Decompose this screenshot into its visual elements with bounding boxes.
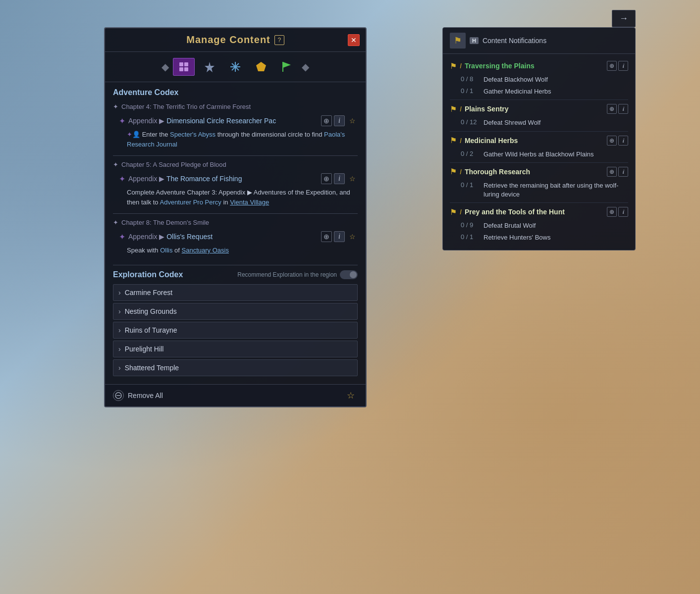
manage-title-bar: Manage Content ? ✕: [105, 28, 366, 52]
quest-group-thorough: ⚑ I Thorough Research ⊕ 𝒊 0 / 1 Retrieve…: [443, 164, 635, 200]
quest-task: Gather Medicinal Herbs: [484, 87, 551, 96]
specter-abyss-link[interactable]: Specter's Abyss: [170, 131, 215, 138]
quest-name-thorough: Thorough Research: [465, 168, 604, 176]
chapter-diamond-icon: ✦: [113, 161, 118, 168]
explore-item-2[interactable]: › Ruins of Turayne: [113, 322, 358, 339]
quest-task: Defeat Blackhowl Wolf: [484, 75, 548, 84]
quest-main-row-plains-sentry: ⚑ I Plains Sentry ⊕ 𝒊: [443, 101, 635, 117]
appendix-plus-icon: ✦: [119, 174, 125, 184]
notif-content-area: ⚑ I Traversing the Plains ⊕ 𝒊 0 / 8 Defe…: [443, 54, 635, 250]
tab-star-cross[interactable]: [199, 58, 220, 76]
appendix-target-btn[interactable]: ⊕: [321, 115, 332, 126]
chapter-8-title: Chapter 8: The Demon's Smile: [121, 219, 209, 226]
quest-count: 0 / 9: [461, 221, 479, 229]
quest-info-icon[interactable]: 𝒊: [618, 136, 628, 146]
chapter-5-title: Chapter 5: A Sacred Pledge of Blood: [121, 161, 226, 168]
quest-info-icon[interactable]: 𝒊: [618, 61, 628, 71]
chevron-icon: ›: [118, 345, 121, 353]
sub-text-in: in: [223, 198, 230, 206]
quest-marker: I: [460, 62, 462, 70]
explore-item-0[interactable]: › Carmine Forest: [113, 284, 358, 301]
quest-sub-row: 0 / 12 Defeat Shrewd Wolf: [461, 117, 635, 129]
appendix-label-fishing: Appendix ▶ The Romance of Fishing: [128, 175, 318, 183]
appendix-star-btn[interactable]: ☆: [347, 231, 358, 242]
quest-sub-row-1: 0 / 1 Gather Medicinal Herbs: [461, 86, 635, 98]
appendix-info-btn[interactable]: i: [334, 231, 345, 242]
appendix-sub-ollis: Speak with Ollis of Sanctuary Oasis: [127, 244, 358, 257]
appendix-name-dimensional: Dimensional Circle Researcher Pac: [166, 117, 276, 125]
tab-pentagon[interactable]: [250, 58, 272, 76]
quest-target-icon[interactable]: ⊕: [607, 167, 617, 177]
appendix-label: Appendix ▶: [128, 233, 166, 241]
quest-target-icon[interactable]: ⊕: [607, 104, 617, 114]
explore-item-text: Nesting Grounds: [125, 307, 177, 315]
svg-rect-3: [184, 67, 188, 71]
toggle-knob: [350, 271, 357, 278]
remove-all-button[interactable]: Remove All: [113, 390, 163, 401]
quest-marker: I: [460, 208, 462, 216]
quest-info-icon[interactable]: 𝒊: [618, 207, 628, 217]
explore-item-text: Purelight Hill: [125, 345, 164, 353]
tab-flag[interactable]: [276, 58, 298, 76]
quest-sub-rows-plains-sentry: 0 / 12 Defeat Shrewd Wolf: [443, 117, 635, 129]
quest-main-row-traversing: ⚑ I Traversing the Plains ⊕ 𝒊: [443, 58, 635, 74]
adventurer-percy-link[interactable]: Adventurer Pro Percy: [160, 198, 221, 206]
quest-icons-group: ⊕ 𝒊: [607, 61, 628, 71]
help-button[interactable]: ?: [274, 35, 284, 45]
navigation-arrow-button[interactable]: →: [612, 10, 636, 27]
appendix-star-btn[interactable]: ☆: [347, 173, 358, 184]
explore-item-text: Ruins of Turayne: [125, 326, 177, 334]
vienta-village-link[interactable]: Vienta Village: [230, 198, 269, 206]
appendix-target-btn[interactable]: ⊕: [321, 173, 332, 184]
tab-grid[interactable]: [173, 58, 195, 76]
appendix-name-fishing: The Romance of Fishing: [166, 175, 242, 183]
bottom-star-btn[interactable]: ☆: [344, 389, 358, 402]
quest-target-icon[interactable]: ⊕: [607, 207, 617, 217]
quest-name-traversing: Traversing the Plains: [465, 62, 604, 70]
sanctuary-oasis-link[interactable]: Sanctuary Oasis: [182, 247, 229, 254]
chevron-icon: ›: [118, 364, 121, 372]
quest-icons-group: ⊕ 𝒊: [607, 167, 628, 177]
adventure-codex-header: Adventure Codex: [113, 88, 358, 97]
quest-count: 0 / 1: [461, 181, 479, 189]
quest-sub-row: 0 / 1 Retrieve the remaining bait after …: [461, 180, 635, 200]
appendix-icons-fishing: ⊕ i ☆: [321, 173, 358, 184]
chevron-icon: ›: [118, 326, 121, 334]
quest-main-row-thorough: ⚑ I Thorough Research ⊕ 𝒊: [443, 164, 635, 180]
appendix-info-btn[interactable]: i: [334, 115, 345, 126]
quest-name-plains-sentry: Plains Sentry: [465, 105, 604, 113]
appendix-icons-ollis: ⊕ i ☆: [321, 231, 358, 242]
explore-items-list: › Carmine Forest › Nesting Grounds › Rui…: [113, 284, 358, 376]
quest-name-medicinal: Medicinal Herbs: [465, 137, 604, 145]
tab-snowflake[interactable]: [224, 58, 246, 76]
appendix-star-btn[interactable]: ☆: [347, 115, 358, 126]
quest-sub-rows-traversing: 0 / 8 Defeat Blackhowl Wolf 0 / 1 Gather…: [443, 74, 635, 98]
explore-item-1[interactable]: › Nesting Grounds: [113, 303, 358, 320]
sub-text-through: through the dimensional circle to find: [217, 131, 324, 138]
quest-target-icon[interactable]: ⊕: [607, 136, 617, 146]
notifications-header: ⚑ H Content Notifications: [443, 28, 635, 54]
explore-item-4[interactable]: › Shattered Temple: [113, 359, 358, 376]
ollis-link[interactable]: Ollis: [160, 247, 172, 254]
appendix-info-btn[interactable]: i: [334, 173, 345, 184]
close-button[interactable]: ✕: [348, 34, 360, 46]
appendix-target-btn[interactable]: ⊕: [321, 231, 332, 242]
quest-task: Gather Wild Herbs at Blackhowl Plains: [484, 150, 594, 159]
recommend-toggle[interactable]: [340, 270, 358, 279]
quest-info-icon[interactable]: 𝒊: [618, 167, 628, 177]
quest-info-icon[interactable]: 𝒊: [618, 104, 628, 114]
quest-group-plains-sentry: ⚑ I Plains Sentry ⊕ 𝒊 0 / 12 Defeat Shre…: [443, 101, 635, 129]
quest-group-traversing: ⚑ I Traversing the Plains ⊕ 𝒊 0 / 8 Defe…: [443, 58, 635, 98]
appendix-label-ollis: Appendix ▶ Ollis's Request: [128, 233, 318, 241]
quest-task: Retrieve the remaining bait after using …: [484, 181, 628, 199]
notif-title-text: Content Notifications: [483, 37, 546, 45]
quest-sub-rows-prey: 0 / 9 Defeat Brutal Wolf 0 / 1 Retrieve …: [443, 220, 635, 244]
explore-item-3[interactable]: › Purelight Hill: [113, 341, 358, 357]
tab-icons-row: ◆ ◆: [105, 52, 366, 82]
appendix-label-dimensional: Appendix ▶ Dimensional Circle Researcher…: [128, 117, 318, 125]
quest-sub-row-0: 0 / 8 Defeat Blackhowl Wolf: [461, 74, 635, 86]
quest-count: 0 / 8: [461, 75, 479, 83]
appendix-name-ollis: Ollis's Request: [166, 233, 213, 241]
quest-target-icon[interactable]: ⊕: [607, 61, 617, 71]
chapter-4-title: Chapter 4: The Terrific Trio of Carmine …: [121, 103, 251, 110]
